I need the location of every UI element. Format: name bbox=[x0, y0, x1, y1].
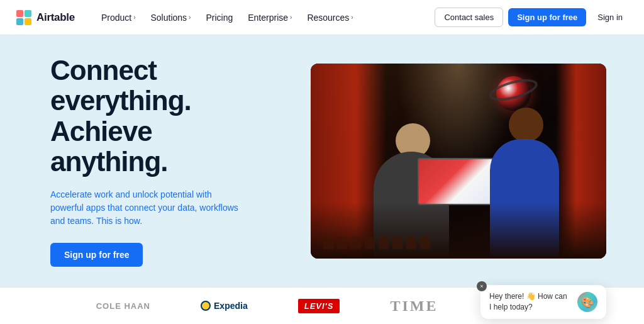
nav-signup-button[interactable]: Sign up for free bbox=[508, 8, 586, 26]
person-head-right bbox=[509, 108, 543, 142]
svg-rect-0 bbox=[16, 10, 23, 17]
logo[interactable]: Airtable bbox=[15, 9, 75, 26]
nav-product[interactable]: Product › bbox=[95, 9, 142, 26]
nav-actions: Contact sales Sign up for free Sign in bbox=[435, 8, 629, 27]
seat-row bbox=[323, 237, 430, 249]
expedia-circle-icon bbox=[201, 301, 211, 311]
enterprise-chevron-icon: › bbox=[290, 14, 292, 21]
logo-expedia: Expedia bbox=[201, 301, 248, 311]
hero-section: Connect everything. Achieve anything. Ac… bbox=[0, 35, 644, 287]
product-chevron-icon: › bbox=[133, 14, 135, 21]
navbar: Airtable Product › Solutions › Pricing E… bbox=[0, 0, 644, 35]
hero-subtext: Accelerate work and unlock potential wit… bbox=[50, 188, 239, 228]
svg-rect-3 bbox=[25, 18, 31, 25]
logo-levis: LEVI'S bbox=[298, 299, 340, 313]
svg-rect-2 bbox=[16, 18, 23, 25]
solutions-chevron-icon: › bbox=[189, 14, 191, 21]
signin-button[interactable]: Sign in bbox=[591, 8, 629, 26]
svg-rect-1 bbox=[25, 10, 31, 17]
logo-cole-haan: COLE HAAN bbox=[96, 301, 150, 311]
logo-time: TIME bbox=[390, 298, 438, 315]
hero-signup-button[interactable]: Sign up for free bbox=[50, 243, 143, 267]
hero-image-area bbox=[311, 64, 606, 259]
theater-background bbox=[311, 64, 606, 259]
nav-resources[interactable]: Resources › bbox=[301, 9, 359, 26]
hero-headline: Connect everything. Achieve anything. bbox=[50, 55, 273, 177]
airtable-logo-icon bbox=[15, 9, 33, 26]
nav-links: Product › Solutions › Pricing Enterprise… bbox=[95, 9, 435, 26]
chat-close-button[interactable]: × bbox=[477, 281, 487, 291]
nav-pricing[interactable]: Pricing bbox=[199, 9, 239, 26]
hero-content: Connect everything. Achieve anything. Ac… bbox=[50, 55, 273, 267]
chat-greeting: Hey there! 👋 How can I help today? bbox=[489, 291, 571, 313]
logo-text: Airtable bbox=[36, 11, 75, 24]
nav-enterprise[interactable]: Enterprise › bbox=[242, 9, 298, 26]
hero-image bbox=[311, 64, 606, 259]
chat-avatar: 🎨 bbox=[577, 292, 597, 312]
chat-widget[interactable]: × Hey there! 👋 How can I help today? 🎨 bbox=[480, 285, 606, 319]
contact-sales-button[interactable]: Contact sales bbox=[435, 8, 503, 27]
nav-solutions[interactable]: Solutions › bbox=[145, 9, 197, 26]
resources-chevron-icon: › bbox=[351, 14, 353, 21]
theater-seats bbox=[311, 202, 606, 259]
